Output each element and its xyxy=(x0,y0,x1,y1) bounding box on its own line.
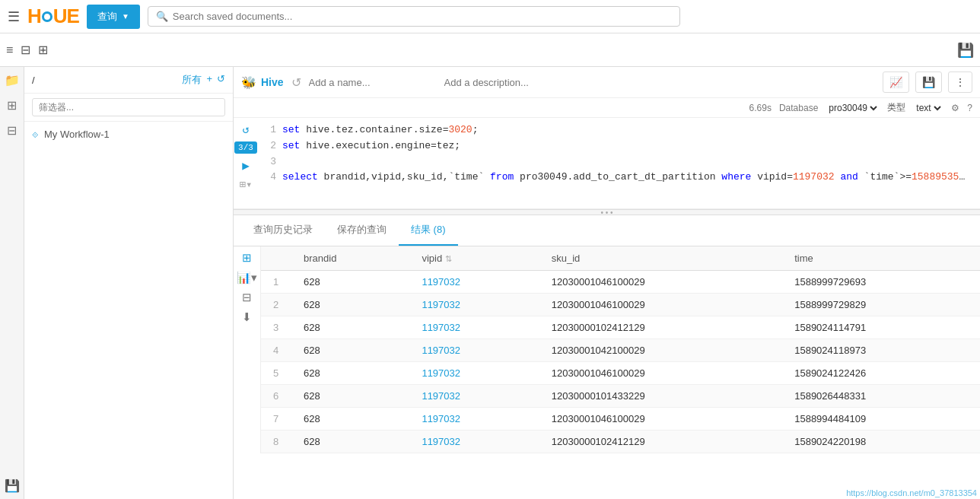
settings-icon[interactable]: ⚙ xyxy=(951,103,959,113)
logo-h: H xyxy=(27,5,41,28)
expand-icon[interactable]: ⊞▾ xyxy=(240,178,253,191)
cell-vipid: 1197032 xyxy=(409,316,539,339)
cell-time: 1589024114791 xyxy=(782,316,980,339)
th-brandid: brandid xyxy=(291,246,409,271)
cell-vipid: 1197032 xyxy=(409,271,539,294)
horizontal-scrollbar[interactable] xyxy=(258,208,980,209)
cell-time: 1589024220198 xyxy=(782,431,980,453)
rs-grid-icon[interactable]: ⊞ xyxy=(242,251,252,265)
cell-brandid: 628 xyxy=(291,316,409,339)
th-sku-id: sku_id xyxy=(539,246,782,271)
filter-input[interactable] xyxy=(32,98,225,116)
row-num: 6 xyxy=(261,385,291,408)
search-icon: 🔍 xyxy=(156,11,168,22)
table-header: brandid vipid ⇅ sku_id ti xyxy=(261,246,980,271)
name-input[interactable] xyxy=(309,77,437,88)
list-view-icon[interactable]: ≡ xyxy=(6,43,13,57)
logo-circle-icon xyxy=(42,11,52,22)
copy-panel-icon[interactable]: ⊞ xyxy=(7,98,17,113)
type-select[interactable]: text xyxy=(913,102,943,114)
table-row: 1 628 1197032 12030001046100029 15889997… xyxy=(261,271,980,294)
row-num: 8 xyxy=(261,431,291,453)
cell-vipid: 1197032 xyxy=(409,385,539,408)
query-meta-bar: 6.69s Database pro30049 类型 text ⚙ ? xyxy=(234,98,980,118)
cell-vipid: 1197032 xyxy=(409,362,539,385)
cell-sku-id: 12030000101433229 xyxy=(539,385,782,408)
th-time: time xyxy=(782,246,980,271)
cell-time: 1588999729693 xyxy=(782,271,980,294)
cell-time: 1588999729829 xyxy=(782,294,980,316)
history-icon[interactable]: ↺ xyxy=(291,75,301,90)
cell-sku-id: 12030001046100029 xyxy=(539,408,782,431)
sidebar-path: / xyxy=(32,75,35,86)
query-button[interactable]: 查询 ▼ xyxy=(87,5,140,29)
help-icon[interactable]: ? xyxy=(967,103,972,113)
save-nav-icon[interactable]: 💾 xyxy=(957,42,974,59)
tab-results[interactable]: 结果 (8) xyxy=(399,215,458,246)
cell-vipid: 1197032 xyxy=(409,431,539,453)
code-editor: ↺ 3/3 ▶ ⊞▾ 1 set hive.tez.container.size… xyxy=(234,118,980,209)
cell-sku-id: 12030001046100029 xyxy=(539,271,782,294)
query-dropdown-arrow: ▼ xyxy=(122,12,129,21)
search-bar: 🔍 xyxy=(148,6,680,27)
save-button[interactable]: 💾 xyxy=(915,72,942,93)
cell-sku-id: 12030001046100029 xyxy=(539,294,782,316)
sidebar-item-workflow[interactable]: ⟐ My Workflow-1 xyxy=(24,122,233,146)
chart-button[interactable]: 📈 xyxy=(883,72,909,93)
sidebar-actions: 所有 + ↺ xyxy=(182,73,225,87)
grid-view-icon[interactable]: ⊞ xyxy=(38,43,48,57)
cell-brandid: 628 xyxy=(291,294,409,316)
more-button[interactable]: ⋮ xyxy=(948,72,972,93)
results-table-wrap: brandid vipid ⇅ sku_id ti xyxy=(261,246,980,453)
type-label: 类型 xyxy=(887,101,905,114)
query-button-label: 查询 xyxy=(97,10,117,24)
rs-download-icon[interactable]: ⬇ xyxy=(242,310,252,324)
resize-handle[interactable]: • • • xyxy=(234,209,980,215)
cell-time: 1589026448331 xyxy=(782,385,980,408)
row-num: 2 xyxy=(261,294,291,316)
rs-chart-icon[interactable]: 📊▾ xyxy=(237,271,257,284)
cell-vipid: 1197032 xyxy=(409,294,539,316)
table-row: 2 628 1197032 12030001046100029 15889997… xyxy=(261,294,980,316)
shared-icon[interactable]: ⊟ xyxy=(21,43,30,57)
workflow-icon: ⟐ xyxy=(32,128,38,140)
sidebar-filter xyxy=(24,94,233,122)
hamburger-icon[interactable]: ☰ xyxy=(8,8,20,25)
editor-sidebar-controls: ↺ 3/3 ▶ ⊞▾ xyxy=(234,118,258,208)
editor-toolbar: 🐝 Hive ↺ 📈 💾 ⋮ xyxy=(234,67,980,98)
editor-refresh-icon[interactable]: ↺ xyxy=(242,122,249,137)
sidebar: / 所有 + ↺ ⟐ My Workflow-1 xyxy=(24,67,234,499)
run-button[interactable]: ▶ xyxy=(242,158,250,173)
tab-saved[interactable]: 保存的查询 xyxy=(325,215,399,246)
search-input[interactable] xyxy=(173,11,672,22)
hive-label: Hive xyxy=(261,76,284,88)
secondary-nav: ≡ ⊟ ⊞ 💾 xyxy=(0,33,980,67)
cell-brandid: 628 xyxy=(291,362,409,385)
cell-sku-id: 12030000102412129 xyxy=(539,431,782,453)
results-main: ⊞ 📊▾ ⊟ ⬇ brandid xyxy=(234,246,980,453)
main-layout: 📁 ⊞ ⊟ 💾 / 所有 + ↺ ⟐ My Workflow-1 🐝 xyxy=(0,67,980,499)
database-select[interactable]: pro30049 xyxy=(826,102,880,114)
row-num: 3 xyxy=(261,316,291,339)
save-panel-icon[interactable]: 💾 xyxy=(5,478,20,493)
description-input[interactable] xyxy=(444,77,875,88)
editor-pagination: 3/3 xyxy=(234,141,257,154)
table-row: 8 628 1197032 12030000102412129 15890242… xyxy=(261,431,980,453)
table-row: 6 628 1197032 12030000101433229 15890264… xyxy=(261,385,980,408)
code-line-1: 1 set hive.tez.container.size=3020; xyxy=(264,122,974,138)
sidebar-refresh-icon[interactable]: ↺ xyxy=(217,73,225,87)
rs-table-icon[interactable]: ⊟ xyxy=(242,291,252,304)
cell-time: 1588994484109 xyxy=(782,408,980,431)
table-row: 3 628 1197032 12030000102412129 15890241… xyxy=(261,316,980,339)
results-table: brandid vipid ⇅ sku_id ti xyxy=(261,246,980,453)
vipid-sort-icon[interactable]: ⇅ xyxy=(445,254,452,263)
tab-history[interactable]: 查询历史记录 xyxy=(241,215,325,246)
sidebar-add-icon[interactable]: + xyxy=(206,73,212,87)
cell-brandid: 628 xyxy=(291,385,409,408)
code-line-2: 2 set hive.execution.engine=tez; xyxy=(264,138,974,154)
cell-sku-id: 12030001042100029 xyxy=(539,339,782,362)
files-panel-icon[interactable]: 📁 xyxy=(5,73,20,87)
toolbar-right: 📈 💾 ⋮ xyxy=(883,72,972,93)
apps-panel-icon[interactable]: ⊟ xyxy=(7,123,17,138)
results-sidebar-col: ⊞ 📊▾ ⊟ ⬇ xyxy=(234,246,261,453)
